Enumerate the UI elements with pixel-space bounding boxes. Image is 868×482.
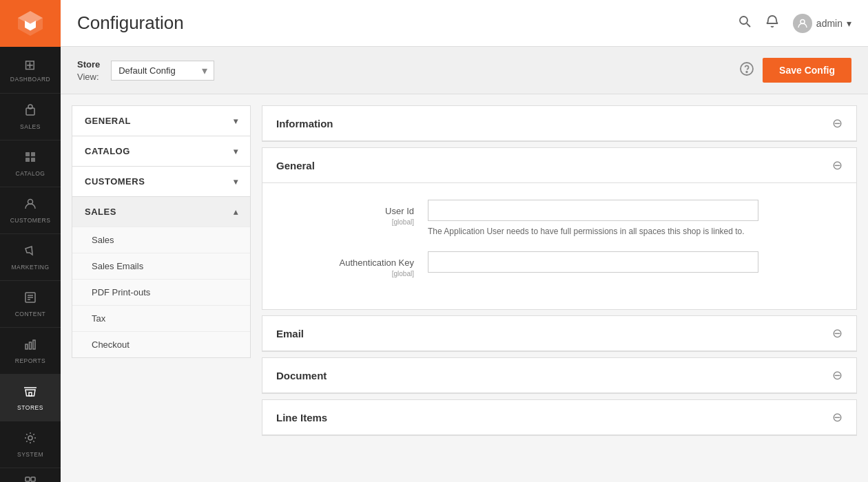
- admin-menu[interactable]: admin ▾: [793, 14, 851, 33]
- svg-rect-5: [31, 158, 35, 162]
- collapse-icon: ⊖: [832, 158, 843, 173]
- nav-section-general: GENERAL ▾: [72, 106, 250, 136]
- config-section-header-line-items[interactable]: Line Items ⊖: [262, 400, 856, 435]
- sidebar-item-marketing[interactable]: MARKETING: [0, 234, 61, 281]
- config-section-line-items: Line Items ⊖: [262, 399, 857, 436]
- form-field-auth-key: [428, 251, 843, 273]
- chevron-down-icon: ▾: [234, 177, 238, 187]
- nav-section-catalog: CATALOG ▾: [72, 136, 250, 167]
- top-header: Configuration admin ▾: [61, 0, 868, 47]
- nav-sub-item-sales-emails[interactable]: Sales Emails: [72, 253, 250, 279]
- collapse-icon: ⊖: [832, 326, 843, 341]
- config-section-title-general: General: [276, 160, 315, 171]
- sidebar-item-system[interactable]: SYSTEM: [0, 421, 61, 468]
- help-icon[interactable]: [739, 61, 754, 80]
- system-icon: [23, 431, 37, 448]
- svg-point-15: [28, 436, 32, 440]
- config-section-header-email[interactable]: Email ⊖: [262, 316, 856, 351]
- nav-section-customers: CUSTOMERS ▾: [72, 167, 250, 197]
- admin-chevron-icon: ▾: [847, 18, 851, 29]
- nav-section-label-catalog: CATALOG: [85, 146, 130, 156]
- form-row-auth-key: Authentication Key [global]: [276, 251, 843, 279]
- svg-rect-4: [25, 158, 30, 162]
- sidebar-item-label: CONTENT: [15, 311, 46, 317]
- find-partners-icon: [23, 475, 37, 482]
- svg-point-20: [740, 17, 747, 24]
- left-nav: GENERAL ▾ CATALOG ▾ CUSTOMERS ▾: [72, 105, 251, 358]
- user-id-input[interactable]: [428, 200, 758, 221]
- page-title: Configuration: [77, 12, 184, 34]
- config-section-title-line-items: Line Items: [276, 412, 327, 423]
- form-row-user-id: User Id [global] The Application User ne…: [276, 200, 843, 238]
- right-panel: Information ⊖ General ⊖ User Id: [262, 105, 857, 457]
- sidebar-item-find-partners[interactable]: FIND PARTNERS& EXTENSIONS: [0, 468, 61, 482]
- sidebar-item-reports[interactable]: REPORTS: [0, 328, 61, 375]
- sidebar-item-content[interactable]: CONTENT: [0, 281, 61, 328]
- sidebar-item-sales[interactable]: SALES: [0, 94, 61, 140]
- header-actions: admin ▾: [738, 14, 851, 33]
- save-config-button[interactable]: Save Config: [763, 58, 851, 83]
- nav-sub-item-sales[interactable]: Sales: [72, 227, 250, 253]
- marketing-icon: [23, 244, 37, 261]
- config-section-title-document: Document: [276, 370, 327, 381]
- search-icon[interactable]: [738, 14, 752, 32]
- svg-rect-14: [29, 392, 32, 396]
- nav-section-label-general: GENERAL: [85, 116, 131, 126]
- nav-section-label-sales: SALES: [85, 207, 116, 217]
- config-section-header-general[interactable]: General ⊖: [262, 148, 856, 183]
- config-section-information: Information ⊖: [262, 105, 857, 142]
- config-section-general: General ⊖ User Id [global] The: [262, 147, 857, 310]
- sidebar-item-label: STORES: [17, 404, 43, 411]
- sidebar-item-label: MARKETING: [11, 264, 49, 271]
- config-section-title-information: Information: [276, 118, 333, 129]
- store-view-subtitle: View:: [77, 72, 99, 82]
- svg-rect-3: [31, 152, 35, 156]
- auth-key-input[interactable]: [428, 251, 758, 273]
- svg-rect-13: [33, 340, 35, 349]
- config-section-header-information[interactable]: Information ⊖: [262, 106, 856, 141]
- store-view-select-wrapper: Default Config: [111, 61, 214, 81]
- collapse-icon: ⊖: [832, 368, 843, 383]
- user-id-note: The Application User needs to have full …: [428, 225, 758, 238]
- nav-section-header-general[interactable]: GENERAL ▾: [72, 106, 250, 136]
- main-content: Configuration admin ▾ Store V: [61, 0, 868, 482]
- admin-label: admin: [816, 18, 843, 29]
- sidebar: ⊞ DASHBOARD SALES CATALOG CUSTOMERS MARK…: [0, 0, 61, 482]
- nav-section-header-catalog[interactable]: CATALOG ▾: [72, 136, 250, 166]
- config-section-header-document[interactable]: Document ⊖: [262, 358, 856, 393]
- form-label-auth-key: Authentication Key [global]: [276, 251, 428, 279]
- config-section-body-general: User Id [global] The Application User ne…: [262, 183, 856, 309]
- sidebar-item-customers[interactable]: CUSTOMERS: [0, 187, 61, 234]
- reports-icon: [23, 337, 37, 355]
- content-icon: [23, 291, 37, 308]
- sales-icon: [23, 103, 37, 120]
- store-view-select[interactable]: Default Config: [111, 61, 214, 81]
- config-section-email: Email ⊖: [262, 315, 857, 352]
- form-label-user-id: User Id [global]: [276, 200, 428, 227]
- config-section-document: Document ⊖: [262, 357, 857, 394]
- chevron-down-icon: ▾: [234, 147, 238, 156]
- form-field-user-id: The Application User needs to have full …: [428, 200, 843, 238]
- collapse-icon: ⊖: [832, 410, 843, 425]
- sidebar-item-label: DASHBOARD: [10, 76, 50, 83]
- nav-sub-item-pdf-printouts[interactable]: PDF Print-outs: [72, 279, 250, 305]
- chevron-down-icon: ▾: [234, 116, 238, 126]
- svg-rect-17: [31, 477, 35, 481]
- sidebar-item-catalog[interactable]: CATALOG: [0, 140, 61, 187]
- customers-icon: [23, 197, 37, 214]
- nav-section-header-sales[interactable]: SALES ▴: [72, 197, 250, 227]
- nav-sub-item-checkout[interactable]: Checkout: [72, 331, 250, 357]
- svg-rect-2: [25, 152, 30, 156]
- svg-line-21: [747, 23, 750, 27]
- nav-section-header-customers[interactable]: CUSTOMERS ▾: [72, 167, 250, 196]
- nav-sub-item-tax[interactable]: Tax: [72, 305, 250, 331]
- svg-rect-16: [25, 477, 30, 481]
- catalog-icon: [23, 150, 37, 167]
- nav-section-label-customers: CUSTOMERS: [85, 176, 145, 187]
- sidebar-item-stores[interactable]: STORES: [0, 375, 61, 421]
- svg-rect-11: [25, 344, 28, 349]
- notifications-icon[interactable]: [765, 14, 779, 32]
- sidebar-item-dashboard[interactable]: ⊞ DASHBOARD: [0, 47, 61, 94]
- store-bar-right: Save Config: [739, 58, 851, 83]
- nav-section-sales: SALES ▴ Sales Sales Emails PDF Print-out…: [72, 197, 250, 357]
